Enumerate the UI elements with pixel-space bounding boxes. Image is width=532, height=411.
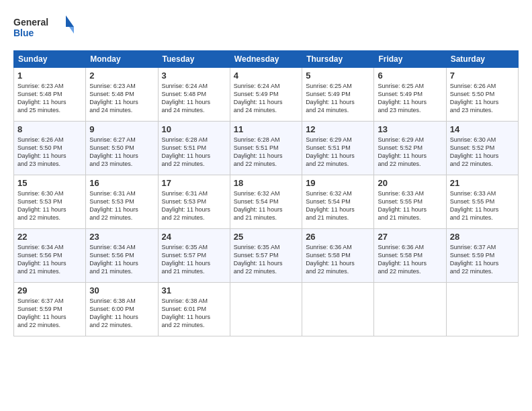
calendar-cell: 3Sunrise: 6:24 AM Sunset: 5:48 PM Daylig…: [158, 68, 230, 122]
calendar-week-4: 22Sunrise: 6:34 AM Sunset: 5:56 PM Dayli…: [14, 229, 519, 283]
calendar-cell: 19Sunrise: 6:32 AM Sunset: 5:54 PM Dayli…: [302, 175, 374, 229]
day-info: Sunrise: 6:31 AM Sunset: 5:53 PM Dayligh…: [162, 189, 226, 222]
calendar-cell: 24Sunrise: 6:35 AM Sunset: 5:57 PM Dayli…: [158, 229, 230, 283]
day-number: 26: [306, 232, 370, 242]
day-info: Sunrise: 6:25 AM Sunset: 5:49 PM Dayligh…: [306, 82, 370, 115]
calendar-cell: 20Sunrise: 6:33 AM Sunset: 5:55 PM Dayli…: [374, 175, 446, 229]
day-number: 1: [17, 71, 82, 81]
day-info: Sunrise: 6:34 AM Sunset: 5:56 PM Dayligh…: [17, 243, 82, 276]
calendar-cell: 29Sunrise: 6:37 AM Sunset: 5:59 PM Dayli…: [14, 283, 86, 336]
calendar-cell: 15Sunrise: 6:30 AM Sunset: 5:53 PM Dayli…: [14, 175, 86, 229]
calendar-cell: 1Sunrise: 6:23 AM Sunset: 5:48 PM Daylig…: [14, 68, 86, 122]
day-info: Sunrise: 6:23 AM Sunset: 5:48 PM Dayligh…: [17, 82, 82, 115]
col-header-monday: Monday: [86, 51, 158, 68]
calendar-cell: 8Sunrise: 6:26 AM Sunset: 5:50 PM Daylig…: [14, 122, 86, 175]
calendar-table: SundayMondayTuesdayWednesdayThursdayFrid…: [13, 50, 519, 336]
day-number: 18: [234, 178, 298, 188]
day-info: Sunrise: 6:33 AM Sunset: 5:55 PM Dayligh…: [450, 189, 515, 222]
calendar-cell: 2Sunrise: 6:23 AM Sunset: 5:48 PM Daylig…: [86, 68, 158, 122]
day-info: Sunrise: 6:30 AM Sunset: 5:52 PM Dayligh…: [450, 136, 515, 169]
day-number: 5: [306, 71, 370, 81]
day-info: Sunrise: 6:24 AM Sunset: 5:49 PM Dayligh…: [234, 82, 298, 115]
day-number: 28: [450, 232, 515, 242]
day-number: 27: [378, 232, 442, 242]
calendar-week-3: 15Sunrise: 6:30 AM Sunset: 5:53 PM Dayli…: [14, 175, 519, 229]
calendar-cell: 13Sunrise: 6:29 AM Sunset: 5:52 PM Dayli…: [374, 122, 446, 175]
calendar-cell: 16Sunrise: 6:31 AM Sunset: 5:53 PM Dayli…: [86, 175, 158, 229]
calendar-cell: 17Sunrise: 6:31 AM Sunset: 5:53 PM Dayli…: [158, 175, 230, 229]
calendar-cell: 14Sunrise: 6:30 AM Sunset: 5:52 PM Dayli…: [446, 122, 518, 175]
calendar-cell: 18Sunrise: 6:32 AM Sunset: 5:54 PM Dayli…: [230, 175, 302, 229]
col-header-tuesday: Tuesday: [158, 51, 230, 68]
calendar-week-5: 29Sunrise: 6:37 AM Sunset: 5:59 PM Dayli…: [14, 283, 519, 336]
day-number: 20: [378, 178, 442, 188]
calendar-cell: 22Sunrise: 6:34 AM Sunset: 5:56 PM Dayli…: [14, 229, 86, 283]
calendar-cell: 11Sunrise: 6:28 AM Sunset: 5:51 PM Dayli…: [230, 122, 302, 175]
day-info: Sunrise: 6:23 AM Sunset: 5:48 PM Dayligh…: [89, 82, 154, 115]
calendar-cell: [446, 283, 518, 336]
day-info: Sunrise: 6:38 AM Sunset: 6:00 PM Dayligh…: [89, 297, 154, 330]
calendar-week-2: 8Sunrise: 6:26 AM Sunset: 5:50 PM Daylig…: [14, 122, 519, 175]
day-number: 17: [162, 178, 226, 188]
day-number: 11: [234, 124, 298, 134]
calendar-cell: 26Sunrise: 6:36 AM Sunset: 5:58 PM Dayli…: [302, 229, 374, 283]
day-number: 25: [234, 232, 298, 242]
calendar-cell: 5Sunrise: 6:25 AM Sunset: 5:49 PM Daylig…: [302, 68, 374, 122]
calendar-cell: 4Sunrise: 6:24 AM Sunset: 5:49 PM Daylig…: [230, 68, 302, 122]
calendar-cell: 12Sunrise: 6:29 AM Sunset: 5:51 PM Dayli…: [302, 122, 374, 175]
day-info: Sunrise: 6:28 AM Sunset: 5:51 PM Dayligh…: [162, 136, 226, 169]
day-info: Sunrise: 6:35 AM Sunset: 5:57 PM Dayligh…: [162, 243, 226, 276]
day-number: 16: [89, 178, 154, 188]
svg-marker-3: [69, 27, 74, 34]
day-number: 31: [162, 285, 226, 295]
calendar-cell: [374, 283, 446, 336]
day-number: 12: [306, 124, 370, 134]
day-number: 30: [89, 285, 154, 295]
calendar-cell: [230, 283, 302, 336]
day-info: Sunrise: 6:29 AM Sunset: 5:52 PM Dayligh…: [378, 136, 442, 169]
header: General Blue: [13, 13, 519, 44]
svg-text:Blue: Blue: [13, 28, 34, 38]
day-info: Sunrise: 6:36 AM Sunset: 5:58 PM Dayligh…: [378, 243, 442, 276]
day-number: 23: [89, 232, 154, 242]
logo: General Blue: [13, 13, 74, 44]
page-container: General Blue SundayMondayTuesdayWednesda…: [0, 0, 532, 411]
day-number: 8: [17, 124, 82, 134]
day-number: 13: [378, 124, 442, 134]
col-header-thursday: Thursday: [302, 51, 374, 68]
day-number: 9: [89, 124, 154, 134]
day-number: 10: [162, 124, 226, 134]
day-info: Sunrise: 6:25 AM Sunset: 5:49 PM Dayligh…: [378, 82, 442, 115]
calendar-cell: 27Sunrise: 6:36 AM Sunset: 5:58 PM Dayli…: [374, 229, 446, 283]
calendar-cell: 25Sunrise: 6:35 AM Sunset: 5:57 PM Dayli…: [230, 229, 302, 283]
calendar-cell: 6Sunrise: 6:25 AM Sunset: 5:49 PM Daylig…: [374, 68, 446, 122]
day-number: 2: [89, 71, 154, 81]
day-info: Sunrise: 6:35 AM Sunset: 5:57 PM Dayligh…: [234, 243, 298, 276]
day-info: Sunrise: 6:36 AM Sunset: 5:58 PM Dayligh…: [306, 243, 370, 276]
calendar-cell: [302, 283, 374, 336]
col-header-friday: Friday: [374, 51, 446, 68]
calendar-cell: 23Sunrise: 6:34 AM Sunset: 5:56 PM Dayli…: [86, 229, 158, 283]
calendar-cell: 7Sunrise: 6:26 AM Sunset: 5:50 PM Daylig…: [446, 68, 518, 122]
day-info: Sunrise: 6:26 AM Sunset: 5:50 PM Dayligh…: [17, 136, 82, 169]
day-number: 24: [162, 232, 226, 242]
col-header-wednesday: Wednesday: [230, 51, 302, 68]
day-info: Sunrise: 6:37 AM Sunset: 5:59 PM Dayligh…: [450, 243, 515, 276]
logo-svg: General Blue: [13, 13, 74, 44]
col-header-saturday: Saturday: [446, 51, 518, 68]
svg-text:General: General: [13, 17, 48, 28]
day-number: 29: [17, 285, 82, 295]
day-number: 4: [234, 71, 298, 81]
day-number: 6: [378, 71, 442, 81]
day-info: Sunrise: 6:30 AM Sunset: 5:53 PM Dayligh…: [17, 189, 82, 222]
calendar-header-row: SundayMondayTuesdayWednesdayThursdayFrid…: [14, 51, 519, 68]
calendar-cell: 10Sunrise: 6:28 AM Sunset: 5:51 PM Dayli…: [158, 122, 230, 175]
day-info: Sunrise: 6:27 AM Sunset: 5:50 PM Dayligh…: [89, 136, 154, 169]
day-info: Sunrise: 6:31 AM Sunset: 5:53 PM Dayligh…: [89, 189, 154, 222]
calendar-cell: 28Sunrise: 6:37 AM Sunset: 5:59 PM Dayli…: [446, 229, 518, 283]
day-info: Sunrise: 6:29 AM Sunset: 5:51 PM Dayligh…: [306, 136, 370, 169]
day-info: Sunrise: 6:28 AM Sunset: 5:51 PM Dayligh…: [234, 136, 298, 169]
day-number: 22: [17, 232, 82, 242]
day-info: Sunrise: 6:32 AM Sunset: 5:54 PM Dayligh…: [234, 189, 298, 222]
calendar-cell: 31Sunrise: 6:38 AM Sunset: 6:01 PM Dayli…: [158, 283, 230, 336]
